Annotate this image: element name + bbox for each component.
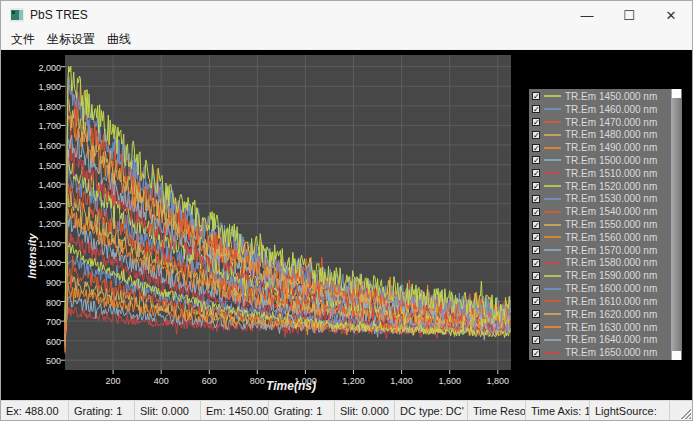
legend-checkbox[interactable]: ✓ — [532, 336, 540, 344]
legend-checkbox[interactable]: ✓ — [532, 118, 540, 126]
legend-checkbox[interactable]: ✓ — [532, 182, 540, 190]
legend-item[interactable]: ✓TR.Em 1470.000 nm — [532, 116, 670, 129]
legend-label: TR.Em 1590.000 nm — [565, 270, 657, 281]
x-tick-label: 1,400 — [377, 376, 427, 386]
legend-label: TR.Em 1510.000 nm — [565, 168, 657, 179]
legend-checkbox[interactable]: ✓ — [532, 131, 540, 139]
status-segment: Slit: 0.000 — [135, 401, 201, 420]
legend-checkbox[interactable]: ✓ — [532, 208, 540, 216]
legend-checkbox[interactable]: ✓ — [532, 233, 540, 241]
y-tick-label: 2,000 — [9, 63, 61, 73]
menu-axis-settings[interactable]: 坐标设置 — [41, 29, 101, 50]
legend-checkbox[interactable]: ✓ — [532, 144, 540, 152]
status-segment: LightSource: — [590, 401, 670, 420]
legend-checkbox[interactable]: ✓ — [532, 349, 540, 357]
legend-checkbox[interactable]: ✓ — [532, 156, 540, 164]
y-tick-label: 500 — [9, 356, 61, 366]
legend-line-sample — [544, 313, 561, 315]
legend-item[interactable]: ✓TR.Em 1620.000 nm — [532, 308, 670, 321]
y-tick-label: 1,400 — [9, 180, 61, 190]
legend-checkbox[interactable]: ✓ — [532, 297, 540, 305]
app-icon — [10, 8, 24, 22]
legend-item[interactable]: ✓TR.Em 1600.000 nm — [532, 282, 670, 295]
status-segment: Time Axis: 1 — [526, 401, 590, 420]
x-tick-label: 400 — [136, 376, 186, 386]
legend-line-sample — [544, 147, 561, 149]
title-bar[interactable]: PbS TRES — ☐ ✕ — [1, 1, 692, 29]
maximize-button[interactable]: ☐ — [608, 1, 650, 29]
legend-checkbox[interactable]: ✓ — [532, 169, 540, 177]
legend-checkbox[interactable]: ✓ — [532, 221, 540, 229]
y-tick-label: 600 — [9, 337, 61, 347]
legend-item[interactable]: ✓TR.Em 1650.000 nm — [532, 346, 670, 359]
legend-label: TR.Em 1540.000 nm — [565, 206, 657, 217]
menu-file[interactable]: 文件 — [5, 29, 41, 50]
scroll-up-button[interactable] — [672, 89, 681, 98]
legend-item[interactable]: ✓TR.Em 1570.000 nm — [532, 244, 670, 257]
legend-item[interactable]: ✓TR.Em 1630.000 nm — [532, 321, 670, 334]
status-segment: Grating: 1 — [269, 401, 335, 420]
x-tick-label: 1,800 — [473, 376, 523, 386]
tres-plot[interactable] — [65, 55, 511, 370]
legend-checkbox[interactable]: ✓ — [532, 323, 540, 331]
status-segment: Time Resolut — [468, 401, 526, 420]
close-button[interactable]: ✕ — [650, 1, 692, 29]
legend-item[interactable]: ✓TR.Em 1540.000 nm — [532, 205, 670, 218]
legend-item[interactable]: ✓TR.Em 1560.000 nm — [532, 231, 670, 244]
app-window: PbS TRES — ☐ ✕ 文件 坐标设置 曲线 50060070080090… — [0, 0, 693, 421]
resize-grip-icon[interactable] — [678, 406, 691, 419]
y-tick-label: 1,600 — [9, 141, 61, 151]
legend-checkbox[interactable]: ✓ — [532, 246, 540, 254]
legend-line-sample — [544, 339, 561, 341]
legend-label: TR.Em 1450.000 nm — [565, 91, 657, 102]
legend-line-sample — [544, 326, 561, 328]
legend-line-sample — [544, 185, 561, 187]
legend-label: TR.Em 1530.000 nm — [565, 193, 657, 204]
legend-checkbox[interactable]: ✓ — [532, 272, 540, 280]
legend-checkbox[interactable]: ✓ — [532, 285, 540, 293]
y-tick-label: 1,900 — [9, 82, 61, 92]
legend-item[interactable]: ✓TR.Em 1450.000 nm — [532, 90, 670, 103]
legend-item[interactable]: ✓TR.Em 1580.000 nm — [532, 257, 670, 270]
legend-line-sample — [544, 262, 561, 264]
x-tick-label: 1,600 — [425, 376, 475, 386]
legend-item[interactable]: ✓TR.Em 1460.000 nm — [532, 103, 670, 116]
legend-label: TR.Em 1480.000 nm — [565, 129, 657, 140]
legend-item[interactable]: ✓TR.Em 1500.000 nm — [532, 154, 670, 167]
legend-panel: ✓TR.Em 1450.000 nm✓TR.Em 1460.000 nm✓TR.… — [529, 89, 682, 360]
legend-checkbox[interactable]: ✓ — [532, 195, 540, 203]
legend-label: TR.Em 1470.000 nm — [565, 117, 657, 128]
legend-line-sample — [544, 224, 561, 226]
legend-item[interactable]: ✓TR.Em 1610.000 nm — [532, 295, 670, 308]
legend-item[interactable]: ✓TR.Em 1480.000 nm — [532, 128, 670, 141]
legend-line-sample — [544, 352, 561, 354]
legend-label: TR.Em 1610.000 nm — [565, 296, 657, 307]
status-segment: Grating: 1 — [69, 401, 135, 420]
legend-item[interactable]: ✓TR.Em 1520.000 nm — [532, 180, 670, 193]
legend-line-sample — [544, 275, 561, 277]
legend-line-sample — [544, 288, 561, 290]
legend-label: TR.Em 1630.000 nm — [565, 322, 657, 333]
legend-label: TR.Em 1490.000 nm — [565, 142, 657, 153]
y-tick-label: 1,800 — [9, 102, 61, 112]
legend-item[interactable]: ✓TR.Em 1530.000 nm — [532, 193, 670, 206]
legend-item[interactable]: ✓TR.Em 1550.000 nm — [532, 218, 670, 231]
menu-curve[interactable]: 曲线 — [101, 29, 137, 50]
legend-label: TR.Em 1620.000 nm — [565, 309, 657, 320]
legend-item[interactable]: ✓TR.Em 1640.000 nm — [532, 333, 670, 346]
y-tick-label: 1,300 — [9, 200, 61, 210]
legend-checkbox[interactable]: ✓ — [532, 92, 540, 100]
menu-bar: 文件 坐标设置 曲线 — [1, 29, 692, 50]
chart-client-area: 5006007008009001,0001,1001,2001,3001,400… — [1, 50, 692, 400]
legend-scrollbar[interactable] — [671, 89, 682, 360]
legend-item[interactable]: ✓TR.Em 1590.000 nm — [532, 269, 670, 282]
minimize-button[interactable]: — — [566, 1, 608, 29]
legend-item[interactable]: ✓TR.Em 1490.000 nm — [532, 141, 670, 154]
legend-checkbox[interactable]: ✓ — [532, 259, 540, 267]
legend-label: TR.Em 1570.000 nm — [565, 245, 657, 256]
legend-checkbox[interactable]: ✓ — [532, 105, 540, 113]
legend-item[interactable]: ✓TR.Em 1510.000 nm — [532, 167, 670, 180]
legend-label: TR.Em 1500.000 nm — [565, 155, 657, 166]
scroll-down-button[interactable] — [672, 351, 681, 360]
legend-checkbox[interactable]: ✓ — [532, 310, 540, 318]
